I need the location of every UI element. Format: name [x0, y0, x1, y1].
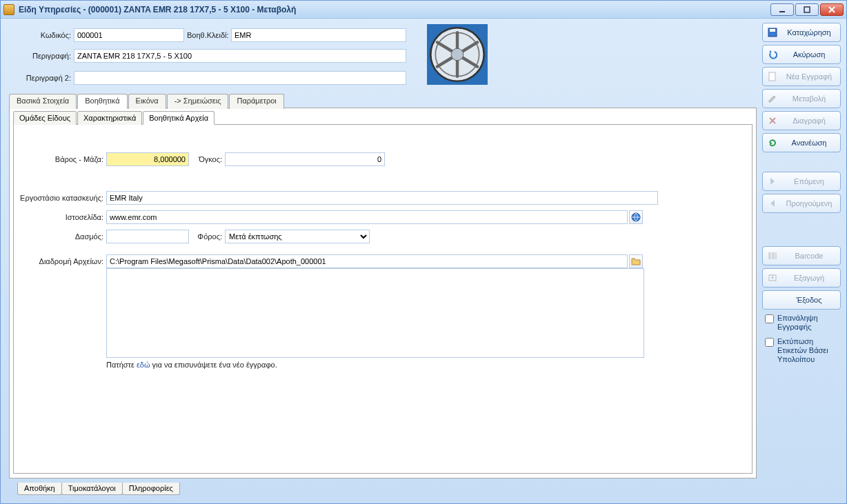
sub-panel: Βάρος - Μάζα: Όγκος: Εργοστάσιο κατασκευ… [13, 124, 753, 474]
sub-tabs: Ομάδες Είδους Χαρακτηριστικά Βοηθητικά Α… [13, 111, 215, 125]
new-button[interactable]: Νέα Εγγραφή [762, 67, 841, 86]
factory-label: Εργοστάσιο κατασκευής: [14, 194, 103, 202]
side-panel: Καταχώρηση Ακύρωση Νέα Εγγραφή Μεταβολή … [762, 23, 841, 365]
tab-aux[interactable]: Βοηθητικά [77, 94, 127, 109]
tab-image[interactable]: Εικόνα [128, 94, 166, 109]
btab-info[interactable]: Πληροφορίες [122, 483, 180, 495]
filepath-input[interactable] [106, 254, 628, 268]
tab-panel: Ομάδες Είδους Χαρακτηριστικά Βοηθητικά Α… [9, 108, 757, 478]
tab-basic[interactable]: Βασικά Στοιχεία [9, 94, 77, 109]
cancel-button[interactable]: Ακύρωση [762, 45, 841, 64]
tax-select[interactable]: Μετά έκπτωσης [225, 230, 370, 243]
desc-label: Περιγραφή: [8, 52, 71, 60]
tariff-label: Δασμός: [55, 232, 103, 241]
wheel-icon [427, 24, 488, 85]
close-button[interactable] [820, 3, 844, 16]
maximize-button[interactable] [795, 3, 819, 16]
save-icon [767, 27, 778, 38]
window-title: Είδη Υπηρεσίες - (000001) ZANTA EMR 218 … [19, 5, 770, 14]
arrow-left-icon [767, 198, 778, 209]
subtab-auxfiles[interactable]: Βοηθητικά Αρχεία [143, 111, 215, 125]
prev-button[interactable]: Προηγούμενη [762, 194, 841, 213]
auxkey-input[interactable] [231, 28, 406, 42]
main-tabs: Βασικά Στοιχεία Βοηθητικά Εικόνα -> Σημε… [9, 93, 757, 108]
svg-point-13 [451, 48, 464, 61]
header-fields: Κωδικός: Βοηθ.Κλειδί: Περιγραφή: Περιγρα… [8, 21, 758, 90]
next-button[interactable]: Επόμενη [762, 172, 841, 191]
tab-params[interactable]: Παράμετροι [229, 94, 283, 109]
auxkey-label: Βοηθ.Κλειδί: [187, 31, 228, 39]
refresh-button[interactable]: Ανανέωση [762, 133, 841, 152]
barcode-button[interactable]: Barcode [762, 246, 841, 265]
new-icon [767, 71, 778, 82]
weight-input[interactable] [106, 152, 189, 166]
btab-warehouse[interactable]: Αποθήκη [17, 483, 62, 495]
print-labels-check[interactable]: Εκτύπωση Ετικετών Βάσει Υπολοίπου [762, 336, 841, 365]
folder-icon [631, 256, 641, 266]
attachments-box[interactable] [106, 268, 644, 358]
minimize-icon [778, 6, 786, 13]
desc2-label: Περιγραφή 2: [8, 74, 71, 82]
aux-form: Βάρος - Μάζα: Όγκος: Εργοστάσιο κατασκευ… [14, 125, 752, 473]
exit-icon [767, 294, 778, 305]
refresh-icon [767, 137, 778, 148]
maximize-icon [803, 6, 811, 13]
filepath-browse-button[interactable] [629, 254, 643, 268]
minimize-button[interactable] [770, 3, 794, 16]
close-icon [828, 6, 836, 13]
btab-pricelists[interactable]: Τιμοκατάλογοι [61, 483, 123, 495]
desc2-input[interactable] [74, 71, 406, 85]
app-icon [3, 4, 14, 15]
export-icon [767, 272, 778, 283]
svg-rect-1 [804, 7, 810, 12]
edit-button[interactable]: Μεταβολή [762, 89, 841, 108]
delete-icon [767, 115, 778, 126]
subtab-attrs[interactable]: Χαρακτηριστικά [77, 111, 142, 125]
tariff-input[interactable] [106, 230, 189, 243]
attachments-hint: Πατήστε εδώ για να επισυνάψετε ένα νέο έ… [106, 361, 277, 369]
titlebar: Είδη Υπηρεσίες - (000001) ZANTA EMR 218 … [1, 1, 846, 19]
edit-icon [767, 93, 778, 104]
attach-here-link[interactable]: εδώ [137, 361, 150, 369]
tax-label: Φόρος: [195, 232, 222, 241]
main-content: Κωδικός: Βοηθ.Κλειδί: Περιγραφή: Περιγρα… [8, 21, 758, 496]
volume-input[interactable] [225, 152, 385, 166]
undo-icon [767, 49, 778, 60]
tab-notes[interactable]: -> Σημειώσεις [167, 94, 229, 109]
globe-icon [631, 212, 641, 222]
svg-rect-17 [769, 72, 775, 81]
repeat-record-check[interactable]: Επανάληψη Εγγραφής [762, 312, 841, 333]
code-label: Κωδικός: [8, 31, 71, 39]
code-input[interactable] [74, 28, 184, 42]
product-image [423, 23, 492, 86]
app-window: Είδη Υπηρεσίες - (000001) ZANTA EMR 218 … [0, 0, 847, 504]
weight-label: Βάρος - Μάζα: [28, 155, 103, 163]
arrow-right-icon [767, 176, 778, 187]
website-browse-button[interactable] [629, 210, 643, 224]
export-button[interactable]: Εξαγωγή [762, 268, 841, 288]
print-labels-checkbox[interactable] [765, 338, 774, 347]
website-input[interactable] [106, 210, 628, 224]
bottom-tabs: Αποθήκη Τιμοκατάλογοι Πληροφορίες [17, 483, 179, 495]
website-label: Ιστοσελίδα: [41, 213, 103, 221]
exit-button[interactable]: Έξοδος [762, 290, 841, 310]
desc-input[interactable] [74, 49, 406, 63]
repeat-record-checkbox[interactable] [765, 314, 774, 323]
save-button[interactable]: Καταχώρηση [762, 23, 841, 42]
factory-input[interactable] [106, 191, 658, 205]
svg-rect-16 [770, 29, 775, 32]
barcode-icon [767, 250, 778, 261]
volume-label: Όγκος: [195, 155, 222, 163]
subtab-groups[interactable]: Ομάδες Είδους [13, 111, 77, 125]
delete-button[interactable]: Διαγραφή [762, 111, 841, 130]
filepath-label: Διαδρομή Αρχείων: [28, 257, 103, 265]
